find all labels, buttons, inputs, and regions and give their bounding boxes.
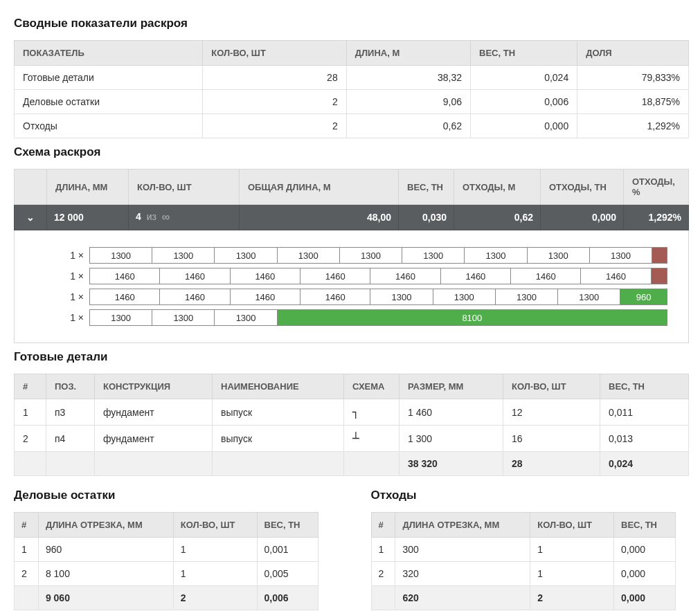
cell: 0,000 [614,562,676,586]
column-header: ОТХОДЫ, ТН [541,170,624,205]
table-row: 130010,000 [371,538,675,562]
cut-bar-row: 1 ×1300130013008100 [56,309,667,326]
total-row: 38 320280,024 [15,452,689,476]
bar-track: 1300130013008100 [89,309,667,326]
cell: 0,000 [614,586,676,610]
bar-segment [652,248,667,263]
column-header: ДЛИНА, М [346,41,470,66]
bar-segment: 1460 [160,268,230,284]
cell: 1 [173,562,257,586]
cell: выпуск [213,426,344,452]
column-header: # [15,513,39,538]
bar-track: 14601460146014601460146014601460 [89,268,667,284]
cell: фундамент [95,399,213,426]
cell: 1 [15,399,46,426]
cut-bar-row: 1 ×14601460146014601460146014601460 [56,268,667,284]
total-row: 62020,000 [371,586,675,610]
waste-table: #ДЛИНА ОТРЕЗКА, ММКОЛ-ВО, ШТВЕС, ТН 1300… [371,512,676,610]
column-header: ОБЩАЯ ДЛИНА, М [240,170,399,205]
bar-segment: 1460 [90,268,160,284]
bar-segment: 1300 [215,310,277,325]
bar-segment: 1460 [300,289,370,304]
table-row: 232010,000 [371,562,675,586]
column-header: КОЛ-ВО, ШТ [503,374,600,399]
column-header: ДЛИНА ОТРЕЗКА, ММ [38,513,173,538]
bar-multiplier: 1 × [56,291,89,302]
cell: 16 [503,426,600,452]
column-header: ВЕС, ТН [471,41,577,66]
cell: 2 [203,114,346,138]
cell: 9,06 [346,90,470,114]
remnants-table: #ДЛИНА ОТРЕЗКА, ММКОЛ-ВО, ШТВЕС, ТН 1960… [14,512,318,610]
cell: 2 [173,586,257,610]
cell: 1 [173,538,257,562]
cell: 960 [38,538,173,562]
chevron-down-icon[interactable]: ⌄ [21,212,39,223]
column-header: РАЗМЕР, ММ [400,374,503,399]
cell [15,586,39,610]
column-header: ОТХОДЫ, M [454,170,541,205]
column-header: ДЛИНА, ММ [47,170,129,205]
column-header: СХЕМА [344,374,400,399]
cell: 28 [203,66,346,90]
column-header: ПОКАЗАТЕЛЬ [15,41,203,66]
remnants-title: Деловые остатки [14,489,330,502]
column-header: ДЛИНА ОТРЕЗКА, ММ [395,513,530,538]
bar-segment: 1300 [433,289,496,304]
cell: 1 [371,538,395,562]
cell: 2 [15,426,46,452]
cell: п4 [46,426,95,452]
bar-track: 14601460146014601300130013001300960 [89,289,667,305]
bar-segment: 960 [620,289,667,304]
bar-segment: 1300 [215,248,277,263]
total-row: 9 06020,006 [15,586,318,610]
bar-segment: 1300 [90,310,152,325]
column-header: ОТХОДЫ, % [624,170,689,205]
cell [371,586,395,610]
column-header: ВЕС, ТН [257,513,318,538]
bar-segment: 1300 [402,248,465,263]
bar-segment [652,268,667,284]
table-row: 28 10010,005 [15,562,318,586]
bar-segment: 1300 [90,248,152,263]
column-header: КОЛ-ВО, ШТ [173,513,257,538]
cell: Деловые остатки [15,90,203,114]
parts-title: Готовые детали [14,350,686,364]
cell: 12 [503,399,600,426]
cell: 2 [15,562,39,586]
bar-segment: 1300 [496,289,558,304]
cell: ┴ [344,426,400,452]
column-header: ДОЛЯ [577,41,689,66]
bar-multiplier: 1 × [56,312,89,323]
cut-bar-row: 1 ×130013001300130013001300130013001300 [56,247,667,264]
bar-segment: 1460 [231,268,300,284]
cell: 0,011 [600,399,689,426]
bar-segment: 1460 [511,268,581,284]
cell: фундамент [95,426,213,452]
cell: 38 320 [400,452,503,476]
table-row: 1п3фундаментвыпуск┐1 460120,011 [15,399,689,426]
cell: 0,005 [257,562,318,586]
bar-segment: 1300 [590,248,652,263]
cell: 1 [15,538,39,562]
cell: 2 [203,90,346,114]
cell: 79,833% [577,66,689,90]
cell: 320 [395,562,530,586]
cell: 1 [530,562,614,586]
summary-table: ПОКАЗАТЕЛЬКОЛ-ВО, ШТДЛИНА, МВЕС, ТНДОЛЯ … [14,40,689,138]
cell: 28 [503,452,600,476]
bar-segment: 1300 [465,248,527,263]
cell: 1 300 [400,426,503,452]
column-header: КОЛ-ВО, ШТ [129,170,240,205]
cell: 9 060 [38,586,173,610]
column-header: КОЛ-ВО, ШТ [203,41,346,66]
table-row: Отходы20,620,0001,292% [15,114,689,138]
column-header [15,170,47,205]
column-header: ВЕС, ТН [399,170,454,205]
column-header: ПОЗ. [46,374,95,399]
bar-segment: 1460 [160,289,230,304]
scheme-group-row[interactable]: ⌄12 0004 из ∞48,000,0300,620,0001,292% [15,205,689,230]
bar-multiplier: 1 × [56,250,89,261]
bar-segment: 1460 [300,268,370,284]
bar-segment: 1300 [370,289,433,304]
